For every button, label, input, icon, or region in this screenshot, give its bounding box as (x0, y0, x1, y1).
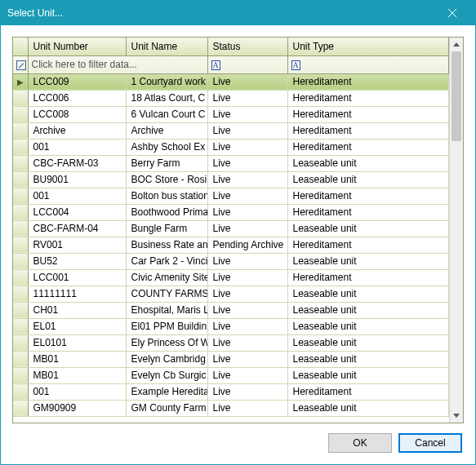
text-filter-icon: A (211, 60, 220, 70)
cell-num: GM90909 (28, 400, 126, 416)
cell-type: Leaseable unit (287, 220, 449, 237)
cell-num: 001 (28, 188, 126, 204)
cell-status: Pending Archive (207, 237, 287, 253)
cell-name: COUNTY FARMS (126, 286, 207, 302)
header-row: Unit Number Unit Name Status Unit Type (13, 38, 449, 55)
header-unit-number[interactable]: Unit Number (28, 38, 126, 55)
cell-name: Civic Amenity Site (126, 269, 207, 286)
cell-type: Leaseable unit (287, 286, 449, 302)
cell-num: EL01 (28, 318, 126, 334)
cancel-button[interactable]: Cancel (398, 433, 462, 453)
table-row[interactable]: LCC0086 Vulcan Court CLiveHereditament (13, 106, 449, 122)
cell-name: Bungle Farm (126, 220, 207, 237)
data-grid[interactable]: Unit Number Unit Name Status Unit Type C… (13, 38, 449, 423)
cell-num: LCC008 (28, 106, 126, 122)
row-indicator (13, 400, 28, 416)
filter-row[interactable]: Click here to filter data... A A (13, 55, 449, 73)
scroll-thumb[interactable] (452, 51, 461, 141)
cell-name: GM County Farm (126, 400, 207, 416)
cell-name: El01 PPM Buildin (126, 318, 207, 334)
filter-input[interactable]: Click here to filter data... (28, 55, 207, 73)
table-row[interactable]: BU9001BOC Store - RosiLiveLeaseable unit (13, 171, 449, 188)
table-row[interactable]: ▶LCC0091 Courtyard workLiveHereditament (13, 73, 449, 90)
grid-container: Unit Number Unit Name Status Unit Type C… (12, 37, 464, 423)
table-row[interactable]: RV001Business Rate anPending ArchiveHere… (13, 237, 449, 253)
filter-type[interactable]: A (287, 55, 449, 73)
cell-status: Live (207, 383, 287, 400)
row-indicator (13, 155, 28, 171)
filter-status[interactable]: A (207, 55, 287, 73)
cell-type: Leaseable unit (287, 171, 449, 188)
chevron-up-icon (453, 42, 460, 46)
table-row[interactable]: BU52Car Park 2 - VinciLiveLeaseable unit (13, 253, 449, 269)
table-row[interactable]: EL01El01 PPM BuildinLiveLeaseable unit (13, 318, 449, 334)
cell-name: BOC Store - Rosi (126, 171, 207, 188)
cell-status: Live (207, 122, 287, 139)
table-row[interactable]: LCC00618 Atlas Court, CLiveHereditament (13, 90, 449, 106)
cell-status: Live (207, 318, 287, 334)
table-row[interactable]: 11111111COUNTY FARMSLiveLeaseable unit (13, 286, 449, 302)
table-row[interactable]: 001Ashby School ExLiveHereditament (13, 139, 449, 155)
scroll-up-button[interactable] (450, 38, 463, 51)
svg-marker-2 (453, 42, 460, 46)
svg-marker-3 (453, 414, 460, 418)
table-row[interactable]: MB01Evelyn Cb SurgicLiveLeaseable unit (13, 367, 449, 383)
vertical-scrollbar[interactable] (449, 38, 463, 423)
cell-type: Hereditament (287, 106, 449, 122)
cell-name: Evelyn Cambridg (126, 351, 207, 367)
table-row[interactable]: CH01Ehospital, Maris LLiveLeaseable unit (13, 302, 449, 318)
cell-num: LCC001 (28, 269, 126, 286)
close-button[interactable] (436, 2, 469, 24)
ok-button[interactable]: OK (328, 433, 392, 453)
scroll-down-button[interactable] (450, 409, 463, 423)
cell-status: Live (207, 171, 287, 188)
cell-status: Live (207, 90, 287, 106)
row-pointer-icon: ▶ (17, 78, 24, 86)
cell-status: Live (207, 302, 287, 318)
cell-num: 001 (28, 383, 126, 400)
table-row[interactable]: CBC-FARM-04Bungle FarmLiveLeaseable unit (13, 220, 449, 237)
cell-type: Leaseable unit (287, 367, 449, 383)
row-indicator (13, 204, 28, 220)
table-row[interactable]: 001Bolton bus stationLiveHereditament (13, 188, 449, 204)
header-unit-name[interactable]: Unit Name (126, 38, 207, 55)
cell-num: BU52 (28, 253, 126, 269)
table-row[interactable]: ArchiveArchiveLiveHereditament (13, 122, 449, 139)
cell-status: Live (207, 253, 287, 269)
cell-status: Live (207, 220, 287, 237)
table-row[interactable]: MB01Evelyn CambridgLiveLeaseable unit (13, 351, 449, 367)
row-indicator (13, 269, 28, 286)
table-row[interactable]: LCC004Boothwood PrimaLiveHereditament (13, 204, 449, 220)
cell-status: Live (207, 139, 287, 155)
filter-edit-icon (16, 60, 26, 70)
cell-name: Archive (126, 122, 207, 139)
row-indicator: ▶ (13, 73, 28, 90)
titlebar: Select Unit... (1, 1, 475, 25)
header-indicator (13, 38, 28, 55)
row-indicator (13, 122, 28, 139)
text-filter-icon: A (291, 60, 300, 70)
table-row[interactable]: LCC001Civic Amenity SiteLiveHereditament (13, 269, 449, 286)
cell-type: Hereditament (287, 383, 449, 400)
close-icon (448, 9, 456, 17)
row-indicator (13, 351, 28, 367)
cell-status: Live (207, 73, 287, 90)
cell-name: Berry Farm (126, 155, 207, 171)
cell-name: Car Park 2 - Vinci (126, 253, 207, 269)
cell-num: LCC006 (28, 90, 126, 106)
filter-icon-cell (13, 55, 28, 73)
cell-status: Live (207, 155, 287, 171)
table-row[interactable]: 001Example HereditaLiveHereditament (13, 383, 449, 400)
cell-num: 001 (28, 139, 126, 155)
cell-type: Hereditament (287, 139, 449, 155)
cell-name: Ehospital, Maris L (126, 302, 207, 318)
header-unit-type[interactable]: Unit Type (287, 38, 449, 55)
scroll-track[interactable] (450, 51, 463, 409)
cell-num: CBC-FARM-04 (28, 220, 126, 237)
cell-num: 11111111 (28, 286, 126, 302)
cell-type: Hereditament (287, 204, 449, 220)
header-status[interactable]: Status (207, 38, 287, 55)
table-row[interactable]: CBC-FARM-03Berry FarmLiveLeaseable unit (13, 155, 449, 171)
table-row[interactable]: GM90909GM County FarmLiveLeaseable unit (13, 400, 449, 416)
table-row[interactable]: EL0101Ely Princess Of WLiveLeaseable uni… (13, 334, 449, 351)
